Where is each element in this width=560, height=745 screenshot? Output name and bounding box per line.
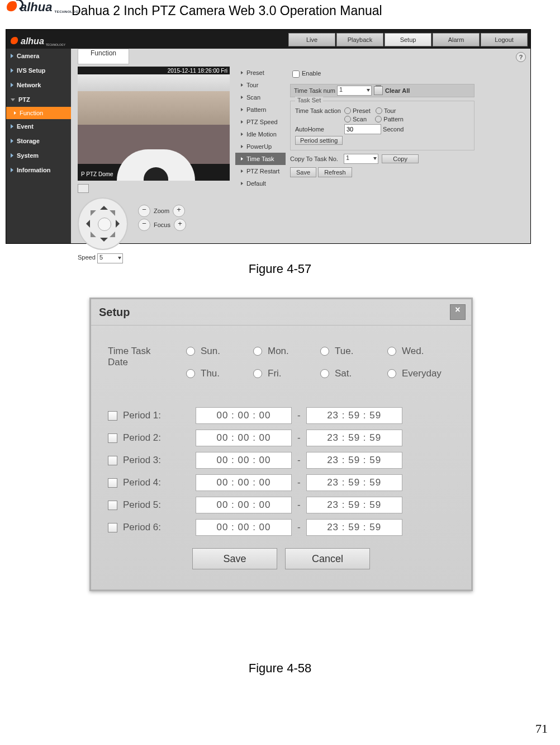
- zoom-out-button[interactable]: −: [138, 205, 150, 217]
- close-icon[interactable]: ×: [450, 304, 466, 320]
- range-dash: -: [297, 499, 301, 511]
- func-scan[interactable]: Scan: [235, 91, 286, 103]
- autohome-input[interactable]: [344, 124, 381, 134]
- focus-out-button[interactable]: −: [138, 219, 150, 231]
- chevron-right-icon: [241, 169, 243, 173]
- period-to-input[interactable]: 23 : 59 : 59: [306, 497, 402, 513]
- arrow-downright-icon[interactable]: [110, 232, 121, 243]
- sidebar-item-ivs[interactable]: IVS Setup: [6, 63, 71, 78]
- save-button[interactable]: Save: [290, 167, 316, 177]
- zoom-in-button[interactable]: +: [173, 205, 185, 217]
- focus-in-button[interactable]: +: [174, 219, 186, 231]
- arrow-downleft-icon[interactable]: [85, 232, 96, 243]
- dpad-center[interactable]: [98, 218, 111, 231]
- sidebar-item-system[interactable]: System: [6, 148, 71, 163]
- arrow-up-icon[interactable]: [100, 202, 108, 210]
- func-ptz-speed[interactable]: PTZ Speed: [235, 116, 286, 128]
- refresh-button[interactable]: Refresh: [318, 167, 352, 177]
- radio-pattern[interactable]: [375, 116, 382, 122]
- period-checkbox[interactable]: [108, 523, 117, 532]
- radio-sun[interactable]: [186, 347, 195, 356]
- period-from-input[interactable]: 00 : 00 : 00: [196, 474, 292, 491]
- sidebar-item-event[interactable]: Event: [6, 119, 71, 134]
- period-to-input[interactable]: 23 : 59 : 59: [306, 407, 402, 424]
- sidebar-item-camera[interactable]: Camera: [6, 49, 71, 63]
- period-from-input[interactable]: 00 : 00 : 00: [196, 430, 292, 446]
- chevron-down-icon: [11, 98, 15, 101]
- func-powerup[interactable]: PowerUp: [235, 140, 286, 153]
- func-idle-motion[interactable]: Idle Motion: [235, 128, 286, 140]
- period-setting-button[interactable]: Period setting: [295, 136, 343, 145]
- nav-live[interactable]: Live: [288, 33, 335, 46]
- radio-tue[interactable]: [320, 347, 329, 356]
- func-preset[interactable]: Preset: [235, 67, 286, 79]
- period-to-input[interactable]: 23 : 59 : 59: [306, 519, 402, 536]
- preview-timestamp: 2015-12-11 18:26:00 Fri: [168, 68, 227, 74]
- radio-scan[interactable]: [344, 116, 351, 122]
- period-label: Period 6:: [123, 522, 179, 533]
- radio-mon[interactable]: [253, 347, 262, 356]
- trash-icon[interactable]: [374, 86, 383, 95]
- nav-alarm[interactable]: Alarm: [433, 33, 480, 46]
- arrow-down-icon[interactable]: [100, 238, 108, 246]
- func-time-task[interactable]: Time Task: [235, 153, 286, 165]
- period-checkbox[interactable]: [108, 456, 117, 465]
- func-tour[interactable]: Tour: [235, 79, 286, 91]
- chevron-right-icon: [11, 54, 13, 58]
- func-pattern[interactable]: Pattern: [235, 103, 286, 116]
- dialog-cancel-button[interactable]: Cancel: [285, 548, 370, 569]
- time-task-action-label: Time Task action: [295, 107, 344, 114]
- func-ptz-restart[interactable]: PTZ Restart: [235, 165, 286, 177]
- period-checkbox[interactable]: [108, 411, 117, 421]
- period-row: Period 5:00 : 00 : 00-23 : 59 : 59: [108, 497, 454, 513]
- help-icon[interactable]: ?: [516, 52, 526, 62]
- sidebar-item-information[interactable]: Information: [6, 163, 71, 177]
- arrow-right-icon[interactable]: [116, 220, 124, 228]
- sidebar-item-storage[interactable]: Storage: [6, 134, 71, 148]
- arrow-upleft-icon[interactable]: [85, 205, 96, 216]
- period-from-input[interactable]: 00 : 00 : 00: [196, 452, 292, 469]
- sidebar-item-function[interactable]: Function: [6, 107, 71, 119]
- brand-mark-icon: [7, 1, 19, 13]
- period-checkbox[interactable]: [108, 501, 117, 510]
- range-dash: -: [297, 432, 301, 444]
- period-to-input[interactable]: 23 : 59 : 59: [306, 474, 402, 491]
- chevron-right-icon: [241, 96, 243, 99]
- radio-everyday[interactable]: [387, 369, 396, 378]
- copy-to-task-select[interactable]: 1: [344, 154, 378, 164]
- sidebar-item-ptz[interactable]: PTZ: [6, 92, 71, 107]
- period-row: Period 3:00 : 00 : 00-23 : 59 : 59: [108, 452, 454, 469]
- tab-function[interactable]: Function: [78, 49, 129, 64]
- nav-setup[interactable]: Setup: [385, 33, 431, 46]
- period-checkbox[interactable]: [108, 478, 117, 488]
- radio-wed[interactable]: [387, 347, 396, 356]
- period-to-input[interactable]: 23 : 59 : 59: [306, 430, 402, 446]
- period-from-input[interactable]: 00 : 00 : 00: [196, 497, 292, 513]
- page-title: Dahua 2 Inch PTZ Camera Web 3.0 Operatio…: [72, 3, 382, 18]
- period-to-input[interactable]: 23 : 59 : 59: [306, 452, 402, 469]
- sidebar-item-network[interactable]: Network: [6, 78, 71, 92]
- period-from-input[interactable]: 00 : 00 : 00: [196, 407, 292, 424]
- nav-logout[interactable]: Logout: [481, 33, 528, 46]
- dialog-save-button[interactable]: Save: [192, 548, 277, 569]
- func-default[interactable]: Default: [235, 177, 286, 190]
- arrow-left-icon[interactable]: [82, 220, 90, 228]
- radio-sat[interactable]: [320, 369, 329, 378]
- period-checkbox[interactable]: [108, 433, 117, 443]
- arrow-upright-icon[interactable]: [110, 205, 121, 216]
- period-from-input[interactable]: 00 : 00 : 00: [196, 519, 292, 536]
- copy-button[interactable]: Copy: [382, 154, 419, 163]
- snapshot-icon[interactable]: [78, 184, 89, 193]
- time-task-num-select[interactable]: 1: [337, 86, 372, 96]
- enable-checkbox[interactable]: [292, 70, 300, 78]
- clear-all-button[interactable]: Clear All: [385, 87, 410, 94]
- radio-tour[interactable]: [376, 107, 382, 114]
- chevron-right-icon: [241, 157, 243, 161]
- radio-preset[interactable]: [344, 107, 351, 114]
- radio-fri[interactable]: [253, 369, 262, 378]
- bullet-icon: [14, 111, 16, 115]
- chevron-right-icon: [11, 124, 13, 129]
- nav-playback[interactable]: Playback: [336, 33, 383, 46]
- radio-thu[interactable]: [186, 369, 195, 378]
- function-list: Preset Tour Scan Pattern PTZ Speed Idle …: [235, 67, 286, 190]
